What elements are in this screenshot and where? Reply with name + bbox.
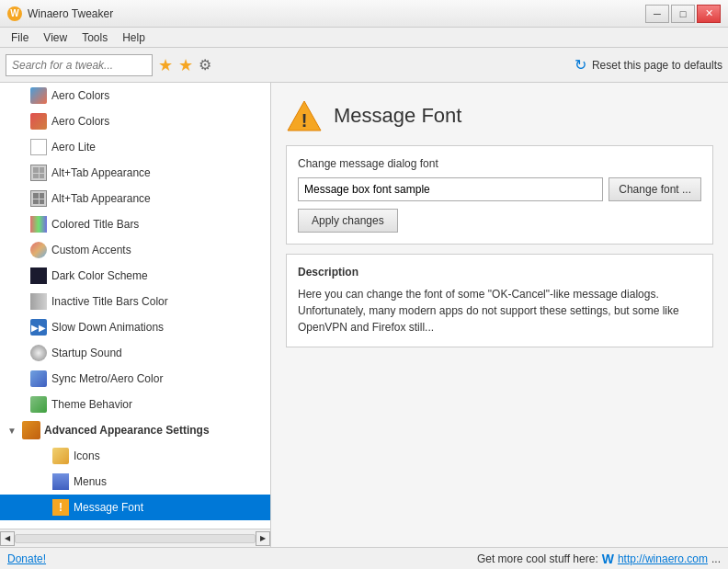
sidebar-item-dark-color-scheme[interactable]: Dark Color Scheme: [0, 263, 270, 289]
menu-file[interactable]: File: [4, 29, 36, 46]
apply-changes-button[interactable]: Apply changes: [298, 209, 398, 233]
font-section: Change message dialog font Change font .…: [286, 145, 713, 245]
window-title: Winaero Tweaker: [28, 7, 113, 20]
sidebar-item-aero-colors-1[interactable]: Aero Colors: [0, 83, 270, 108]
horizontal-scrollbar-track[interactable]: [15, 534, 256, 543]
sidebar-item-label: Custom Accents: [51, 244, 131, 256]
sidebar-item-aero-lite[interactable]: Aero Lite: [0, 134, 270, 160]
reset-label: Reset this page to defaults: [592, 59, 722, 72]
menu-view[interactable]: View: [36, 29, 74, 46]
status-right: Get more cool stuff here: W http://winae…: [477, 552, 721, 566]
change-font-label: Change message dialog font: [298, 157, 701, 170]
gear-icon[interactable]: ⚙: [199, 56, 211, 74]
sidebar-item-label: Aero Lite: [51, 141, 96, 154]
alttab-1-icon: [29, 164, 48, 182]
icons-icon: [51, 447, 70, 465]
sidebar-item-custom-accents[interactable]: Custom Accents: [0, 237, 270, 263]
donate-link[interactable]: Donate!: [7, 552, 46, 565]
font-sample-input[interactable]: [298, 177, 603, 201]
app-icon: W: [7, 6, 22, 21]
sidebar-item-alttab-1[interactable]: Alt+Tab Appearance: [0, 160, 270, 186]
alttab-2-icon: [29, 189, 48, 208]
reset-icon: ↻: [574, 56, 586, 74]
sidebar-item-label: Dark Color Scheme: [51, 269, 148, 282]
status-bar: Donate! Get more cool stuff here: W http…: [0, 547, 728, 569]
colored-title-bars-icon: [29, 215, 48, 233]
menus-icon: [51, 472, 70, 491]
sidebar-item-label: Theme Behavior: [51, 398, 132, 411]
sidebar-item-theme-behavior[interactable]: Theme Behavior: [0, 392, 270, 417]
status-text: Get more cool stuff here:: [477, 552, 598, 565]
sync-metro-icon: [29, 370, 48, 388]
aero-colors-1-icon: [29, 86, 48, 105]
star-icon-1[interactable]: ★: [158, 55, 173, 75]
slow-down-animations-icon: ▶▶: [29, 318, 48, 336]
dark-color-scheme-icon: [29, 267, 48, 285]
sidebar-item-inactive-title-bars[interactable]: Inactive Title Bars Color: [0, 289, 270, 314]
menu-help[interactable]: Help: [115, 29, 153, 46]
star-icon-2[interactable]: ★: [178, 55, 193, 75]
winaero-logo-icon: W: [602, 552, 614, 566]
sidebar-item-label: Alt+Tab Appearance: [51, 166, 151, 179]
sidebar-item-label: Startup Sound: [51, 347, 122, 359]
inactive-title-bars-icon: [29, 292, 48, 311]
title-bar-left: W Winaero Tweaker: [7, 6, 113, 21]
main-content: Aero Colors Aero Colors Aero Lite: [0, 83, 728, 547]
sidebar-item-label: Alt+Tab Appearance: [51, 192, 151, 205]
sidebar-item-startup-sound[interactable]: Startup Sound: [0, 340, 270, 366]
sidebar-item-aero-colors-2[interactable]: Aero Colors: [0, 108, 270, 134]
sidebar-item-message-font[interactable]: ! Message Font: [0, 495, 270, 520]
warning-icon: !: [286, 97, 323, 134]
sidebar-item-label: Icons: [74, 450, 100, 462]
sidebar-item-label: Message Font: [74, 501, 143, 514]
scroll-right-button[interactable]: ▶: [256, 531, 270, 546]
advanced-appearance-section[interactable]: ▼ Advanced Appearance Settings: [0, 417, 270, 443]
close-button[interactable]: ✕: [697, 5, 721, 23]
description-section: Description Here you can change the font…: [286, 254, 713, 347]
sidebar-item-label: Colored Title Bars: [51, 218, 139, 231]
sidebar-item-colored-title-bars[interactable]: Colored Title Bars: [0, 211, 270, 237]
sidebar-item-label: Menus: [74, 475, 107, 488]
description-text: Here you can change the font of some "OK…: [298, 286, 701, 336]
minimize-button[interactable]: ─: [645, 5, 669, 23]
panel-content: ! Message Font Change message dialog fon…: [271, 83, 728, 547]
panel-title: Message Font: [334, 104, 461, 128]
sidebar-item-label: Aero Colors: [51, 89, 109, 102]
startup-sound-icon: [29, 344, 48, 362]
advanced-appearance-icon: [22, 421, 40, 439]
sidebar-bottom: ◀ ▶: [0, 529, 270, 547]
font-sample-row: Change font ...: [298, 177, 701, 201]
sidebar-item-label: Slow Down Animations: [51, 321, 164, 334]
reset-button[interactable]: ↻ Reset this page to defaults: [574, 56, 722, 74]
section-label: Advanced Appearance Settings: [44, 424, 210, 437]
maximize-button[interactable]: □: [671, 5, 695, 23]
panel-header: ! Message Font: [286, 97, 713, 134]
right-panel: ! Message Font Change message dialog fon…: [271, 83, 728, 547]
sidebar-item-label: Aero Colors: [51, 115, 109, 128]
menu-bar: File View Tools Help: [0, 28, 728, 48]
menu-tools[interactable]: Tools: [74, 29, 115, 46]
search-input[interactable]: [6, 54, 153, 76]
ellipsis: ...: [711, 552, 721, 565]
theme-behavior-icon: [29, 395, 48, 414]
description-title: Description: [298, 266, 701, 279]
sidebar-item-label: Inactive Title Bars Color: [51, 295, 168, 308]
sidebar-item-icons[interactable]: Icons: [0, 443, 270, 469]
custom-accents-icon: [29, 241, 48, 259]
sidebar-item-label: Sync Metro/Aero Color: [51, 372, 163, 385]
expand-arrow-icon: ▼: [7, 426, 18, 436]
winaero-link[interactable]: http://winaero.com: [618, 552, 708, 565]
svg-text:!: !: [301, 110, 308, 131]
sidebar-item-menus[interactable]: Menus: [0, 469, 270, 495]
change-font-button[interactable]: Change font ...: [609, 177, 701, 201]
sidebar-scroll[interactable]: Aero Colors Aero Colors Aero Lite: [0, 83, 270, 529]
sidebar-item-slow-down-animations[interactable]: ▶▶ Slow Down Animations: [0, 314, 270, 340]
sidebar-item-alttab-2[interactable]: Alt+Tab Appearance: [0, 186, 270, 211]
scroll-left-button[interactable]: ◀: [0, 531, 15, 546]
window-controls: ─ □ ✕: [645, 5, 721, 23]
message-font-icon: !: [51, 498, 70, 517]
sidebar: Aero Colors Aero Colors Aero Lite: [0, 83, 271, 547]
sidebar-item-sync-metro[interactable]: Sync Metro/Aero Color: [0, 366, 270, 392]
aero-lite-icon: [29, 138, 48, 156]
aero-colors-2-icon: [29, 112, 48, 131]
